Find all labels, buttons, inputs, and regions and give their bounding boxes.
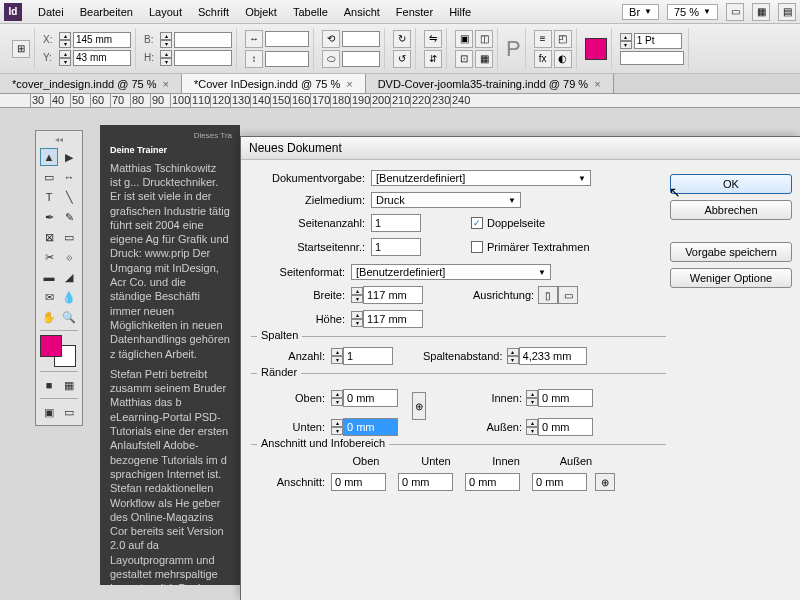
m-bottom-input[interactable] [343, 418, 398, 436]
line-tool[interactable]: ╲ [60, 188, 78, 206]
primary-tf-checkbox[interactable] [471, 241, 483, 253]
intent-dropdown[interactable]: Druck▼ [371, 192, 521, 208]
tab-0[interactable]: *cover_indesign.indd @ 75 %× [0, 74, 182, 93]
direct-selection-tool[interactable]: ▶ [60, 148, 78, 166]
tab-1[interactable]: *Cover InDesign.indd @ 75 %× [182, 74, 366, 93]
note-tool[interactable]: ✉ [40, 288, 58, 306]
b-bottom-input[interactable] [398, 473, 453, 491]
y-input[interactable] [73, 50, 131, 66]
m-outside-input[interactable] [538, 418, 593, 436]
apply-gradient-icon[interactable]: ▦ [60, 376, 78, 394]
h-spinner[interactable]: ▴▾ [160, 50, 172, 66]
preset-dropdown[interactable]: [Benutzerdefiniert]▼ [371, 170, 591, 186]
x-spinner[interactable]: ▴▾ [59, 32, 71, 48]
stroke-input[interactable] [634, 33, 682, 49]
shear-input[interactable] [342, 51, 380, 67]
width-spinner[interactable]: ▴▾ [351, 287, 363, 303]
fewer-options-button[interactable]: Weniger Optione [670, 268, 792, 288]
menu-layout[interactable]: Layout [141, 3, 190, 21]
menu-fenster[interactable]: Fenster [388, 3, 441, 21]
m-bottom-spinner[interactable]: ▴▾ [331, 419, 343, 435]
view-options-icon[interactable]: ▭ [726, 3, 744, 21]
gradient-feather-tool[interactable]: ◢ [60, 268, 78, 286]
fill-icon[interactable]: ▦ [475, 50, 493, 68]
w-input[interactable] [174, 32, 232, 48]
landscape-icon[interactable]: ▭ [558, 286, 578, 304]
pencil-tool[interactable]: ✎ [60, 208, 78, 226]
h-input[interactable] [174, 50, 232, 66]
m-outside-spinner[interactable]: ▴▾ [526, 419, 538, 435]
b-top-input[interactable] [331, 473, 386, 491]
pen-tool[interactable]: ✒ [40, 208, 58, 226]
gutter-spinner[interactable]: ▴▾ [507, 348, 519, 364]
center-icon[interactable]: ⊡ [455, 50, 473, 68]
fill-swatch[interactable] [585, 38, 607, 60]
b-inside-input[interactable] [465, 473, 520, 491]
fit-icon[interactable]: ◫ [475, 30, 493, 48]
m-top-spinner[interactable]: ▴▾ [331, 390, 343, 406]
start-input[interactable] [371, 238, 421, 256]
ref-point-icon[interactable]: ⊞ [12, 40, 30, 58]
flip-h-icon[interactable]: ⇋ [424, 30, 442, 48]
zoom-dropdown[interactable]: 75 %▼ [667, 4, 718, 20]
arrange-icon[interactable]: ▤ [778, 3, 796, 21]
menu-bearbeiten[interactable]: Bearbeiten [72, 3, 141, 21]
type-tool[interactable]: T [40, 188, 58, 206]
zoom-tool[interactable]: 🔍 [60, 308, 78, 326]
scale-y-input[interactable] [265, 51, 309, 67]
gap-tool[interactable]: ↔ [60, 168, 78, 186]
close-icon[interactable]: × [594, 78, 600, 90]
apply-color-icon[interactable]: ■ [40, 376, 58, 394]
hand-tool[interactable]: ✋ [40, 308, 58, 326]
menu-datei[interactable]: Datei [30, 3, 72, 21]
m-inside-input[interactable] [538, 389, 593, 407]
rotate-input[interactable] [342, 31, 380, 47]
fill-stroke-swatch[interactable] [40, 335, 76, 367]
screen-mode-icon[interactable]: ▦ [752, 3, 770, 21]
link-bleed-icon[interactable]: ⊕ [595, 473, 615, 491]
facing-checkbox[interactable]: ✓ [471, 217, 483, 229]
close-icon[interactable]: × [346, 78, 352, 90]
link-margins-icon[interactable]: ⊕ [412, 392, 426, 420]
menu-objekt[interactable]: Objekt [237, 3, 285, 21]
eyedropper-tool[interactable]: 💧 [60, 288, 78, 306]
preview-view-icon[interactable]: ▭ [60, 403, 78, 421]
stroke-style-dropdown[interactable] [620, 51, 684, 65]
page-size-dropdown[interactable]: [Benutzerdefiniert]▼ [351, 264, 551, 280]
m-inside-spinner[interactable]: ▴▾ [526, 390, 538, 406]
b-outside-input[interactable] [532, 473, 587, 491]
gradient-swatch-tool[interactable]: ▬ [40, 268, 58, 286]
rectangle-frame-tool[interactable]: ⊠ [40, 228, 58, 246]
shear-icon[interactable]: ⬭ [322, 50, 340, 68]
ok-button[interactable]: OK [670, 174, 792, 194]
effects-icon[interactable]: fx [534, 50, 552, 68]
scale-y-icon[interactable]: ↕ [245, 50, 263, 68]
cancel-button[interactable]: Abbrechen [670, 200, 792, 220]
height-input[interactable] [363, 310, 423, 328]
pages-input[interactable] [371, 214, 421, 232]
scissors-tool[interactable]: ✂ [40, 248, 58, 266]
x-input[interactable] [73, 32, 131, 48]
w-spinner[interactable]: ▴▾ [160, 32, 172, 48]
normal-view-icon[interactable]: ▣ [40, 403, 58, 421]
col-spinner[interactable]: ▴▾ [331, 348, 343, 364]
rotate-icon[interactable]: ⟲ [322, 30, 340, 48]
height-spinner[interactable]: ▴▾ [351, 311, 363, 327]
portrait-icon[interactable]: ▯ [538, 286, 558, 304]
save-preset-button[interactable]: Vorgabe speichern [670, 242, 792, 262]
rotate-cw-icon[interactable]: ↻ [393, 30, 411, 48]
opacity-icon[interactable]: ◐ [554, 50, 572, 68]
wrap-icon[interactable]: ≡ [534, 30, 552, 48]
menu-ansicht[interactable]: Ansicht [336, 3, 388, 21]
scale-x-input[interactable] [265, 31, 309, 47]
width-input[interactable] [363, 286, 423, 304]
bridge-button[interactable]: Br▼ [622, 4, 659, 20]
menu-schrift[interactable]: Schrift [190, 3, 237, 21]
free-transform-tool[interactable]: ⟐ [60, 248, 78, 266]
rectangle-tool[interactable]: ▭ [60, 228, 78, 246]
flip-v-icon[interactable]: ⇵ [424, 50, 442, 68]
y-spinner[interactable]: ▴▾ [59, 50, 71, 66]
rotate-ccw-icon[interactable]: ↺ [393, 50, 411, 68]
selection-tool[interactable]: ▲ [40, 148, 58, 166]
scale-x-icon[interactable]: ↔ [245, 30, 263, 48]
